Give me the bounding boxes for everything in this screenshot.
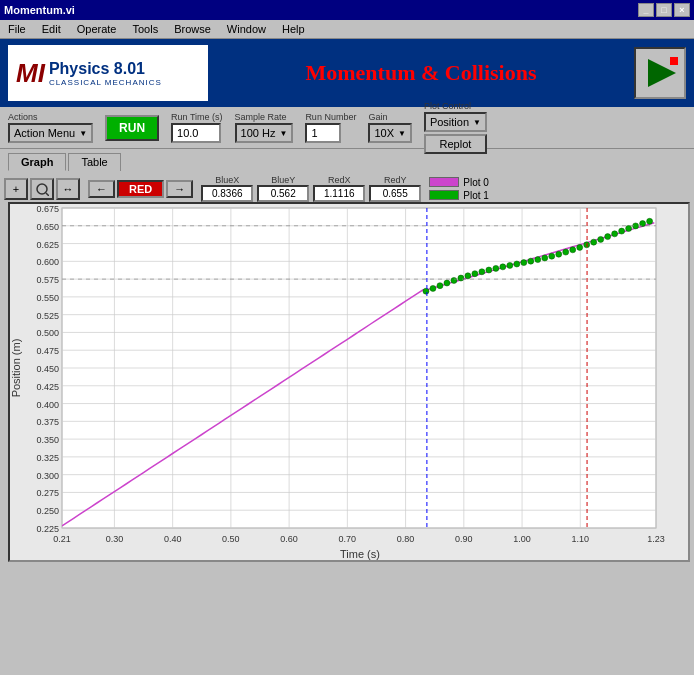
run-time-input[interactable] [171,123,221,143]
svg-rect-2 [670,57,678,65]
zoom-plus-button[interactable]: + [4,178,28,200]
plot-control-arrow: ▼ [473,118,481,127]
legend-plot1-color [429,190,459,200]
legend-plot0-label: Plot 0 [463,177,489,188]
svg-text:0.40: 0.40 [164,534,182,544]
svg-text:0.525: 0.525 [36,311,59,321]
blue-y-group: BlueY 0.562 [257,175,309,202]
menu-tools[interactable]: Tools [128,22,162,36]
tab-table[interactable]: Table [68,153,120,171]
menu-file[interactable]: File [4,22,30,36]
actions-group: Actions Action Menu ▼ [8,112,93,143]
svg-point-3 [37,184,47,194]
svg-point-69 [437,283,443,289]
svg-text:Position (m): Position (m) [10,339,22,398]
cursor-nav: ← RED → [88,180,193,198]
svg-point-99 [647,218,653,224]
run-number-input[interactable] [305,123,341,143]
sample-rate-dropdown[interactable]: 100 Hz ▼ [235,123,294,143]
svg-point-91 [591,239,597,245]
controls-bar: Actions Action Menu ▼ RUN Run Time (s) S… [0,107,694,149]
menu-operate[interactable]: Operate [73,22,121,36]
action-menu-dropdown[interactable]: Action Menu ▼ [8,123,93,143]
tabs-area: Graph Table [0,149,694,171]
svg-point-82 [528,258,534,264]
svg-point-71 [451,277,457,283]
action-menu-arrow: ▼ [79,129,87,138]
svg-point-88 [570,247,576,253]
plot-legend: Plot 0 Plot 1 [429,177,489,201]
svg-point-87 [563,249,569,255]
menu-bar: File Edit Operate Tools Browse Window He… [0,20,694,39]
svg-text:1.10: 1.10 [572,534,590,544]
red-y-value: 0.655 [369,185,421,202]
svg-text:0.425: 0.425 [36,382,59,392]
blue-x-group: BlueX 0.8366 [201,175,253,202]
svg-text:0.400: 0.400 [36,400,59,410]
maximize-button[interactable]: □ [656,3,672,17]
chart-area[interactable]: 0.2250.2500.2750.3000.3250.3500.3750.400… [8,202,690,562]
svg-text:0.80: 0.80 [397,534,415,544]
svg-text:0.30: 0.30 [106,534,124,544]
menu-edit[interactable]: Edit [38,22,65,36]
svg-point-72 [458,275,464,281]
svg-text:0.375: 0.375 [36,417,59,427]
run-button[interactable]: RUN [105,115,159,141]
close-button[interactable]: × [674,3,690,17]
graph-container: + ↔ ← RED → BlueX 0.8366 BlueY 0.562 Red… [0,171,694,566]
header-icon [634,47,686,99]
svg-text:0.500: 0.500 [36,328,59,338]
graph-toolbar-row: + ↔ ← RED → BlueX 0.8366 BlueY 0.562 Red… [4,175,690,202]
svg-text:1.00: 1.00 [513,534,531,544]
tab-graph[interactable]: Graph [8,153,66,171]
svg-point-68 [430,285,436,291]
title-bar-buttons: _ □ × [638,3,690,17]
red-x-value: 1.1116 [313,185,365,202]
title-bar: Momentum.vi _ □ × [0,0,694,20]
svg-text:Time (s): Time (s) [340,548,380,560]
plot-control-group: Plot Control Position ▼ Replot [424,101,487,154]
svg-point-75 [479,269,485,275]
svg-point-77 [493,265,499,271]
svg-text:0.275: 0.275 [36,488,59,498]
svg-point-79 [507,262,513,268]
window-title: Momentum.vi [4,4,75,16]
svg-text:0.50: 0.50 [222,534,240,544]
svg-text:0.60: 0.60 [280,534,298,544]
svg-point-76 [486,267,492,273]
svg-point-73 [465,273,471,279]
menu-help[interactable]: Help [278,22,309,36]
plot-control-dropdown[interactable]: Position ▼ [424,112,487,132]
svg-text:0.70: 0.70 [339,534,357,544]
logo-mit: MI [16,58,45,89]
menu-browse[interactable]: Browse [170,22,215,36]
cursor-right-button[interactable]: → [166,180,193,198]
gain-label: Gain [368,112,387,122]
replot-button[interactable]: Replot [424,134,487,154]
cursor-red-label: RED [117,180,164,198]
header-band: MI Physics 8.01 CLASSICAL MECHANICS Mome… [0,39,694,107]
zoom-fit-button[interactable] [30,178,54,200]
blue-x-value: 0.8366 [201,185,253,202]
svg-point-94 [612,231,618,237]
svg-text:0.650: 0.650 [36,222,59,232]
minimize-button[interactable]: _ [638,3,654,17]
svg-point-74 [472,271,478,277]
svg-text:0.21: 0.21 [53,534,71,544]
legend-plot0-color [429,177,459,187]
run-number-label: Run Number [305,112,356,122]
svg-point-86 [556,251,562,257]
run-time-group: Run Time (s) [171,112,223,143]
logo-subtitle: CLASSICAL MECHANICS [49,78,162,87]
red-x-group: RedX 1.1116 [313,175,365,202]
svg-text:0.250: 0.250 [36,506,59,516]
svg-text:0.225: 0.225 [36,524,59,534]
gain-dropdown[interactable]: 10X ▼ [368,123,412,143]
logo-physics: Physics 8.01 [49,60,162,78]
pan-button[interactable]: ↔ [56,178,80,200]
run-number-group: Run Number [305,112,356,143]
cursor-left-button[interactable]: ← [88,180,115,198]
legend-plot0: Plot 0 [429,177,489,188]
svg-point-89 [577,244,583,250]
menu-window[interactable]: Window [223,22,270,36]
